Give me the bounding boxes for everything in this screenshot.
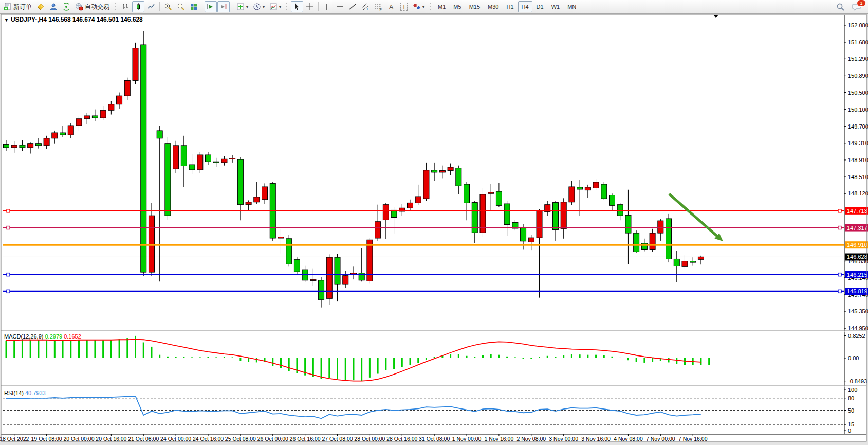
time-axis-label: 26 Oct 00:00 bbox=[257, 436, 288, 442]
auto-scroll-icon bbox=[207, 3, 215, 11]
timeframe-h1-button[interactable]: H1 bbox=[503, 1, 517, 12]
timeframe-m1-button[interactable]: M1 bbox=[434, 1, 449, 12]
new-order-button[interactable]: 新订单 bbox=[2, 1, 34, 12]
search-button[interactable] bbox=[834, 1, 847, 12]
timeframe-m30-button[interactable]: M30 bbox=[484, 1, 502, 12]
arrows-tool-button[interactable]: ▾ bbox=[411, 1, 427, 12]
chart-canvas[interactable]: 152.080151.680151.290150.890150.500150.1… bbox=[0, 14, 868, 445]
autotrade-button[interactable]: 自动交易 bbox=[73, 1, 112, 12]
crosshair-tool-button[interactable] bbox=[304, 1, 316, 12]
timeframe-mn-button[interactable]: MN bbox=[564, 1, 580, 12]
bar-chart-icon bbox=[121, 3, 130, 11]
chat-button[interactable]: 1 bbox=[850, 1, 863, 12]
svg-text:RSI(14) 40.7933: RSI(14) 40.7933 bbox=[4, 390, 46, 396]
new-order-label: 新订单 bbox=[13, 3, 32, 11]
profile-person-icon bbox=[49, 3, 58, 11]
time-axis-label: 28 Oct 00:00 bbox=[354, 436, 385, 442]
candle bbox=[133, 43, 138, 84]
timeframe-d1-button[interactable]: D1 bbox=[533, 1, 547, 12]
text-tool-button[interactable]: A bbox=[385, 1, 397, 12]
candle bbox=[286, 235, 292, 266]
trendline-icon bbox=[348, 3, 357, 11]
candlestick-mode-button[interactable] bbox=[132, 1, 144, 12]
clock-icon bbox=[253, 3, 261, 11]
tile-windows-button[interactable] bbox=[188, 1, 200, 12]
templates-button[interactable]: ▾ bbox=[267, 1, 283, 12]
search-icon bbox=[836, 3, 845, 11]
bar-chart-mode-button[interactable] bbox=[119, 1, 132, 12]
indicators-icon bbox=[236, 3, 245, 11]
symbol-caret-icon[interactable]: ▼ bbox=[4, 17, 9, 23]
time-axis-label: 3 Nov 16:00 bbox=[581, 436, 611, 442]
zoom-out-button[interactable] bbox=[175, 1, 187, 12]
candle bbox=[173, 141, 179, 173]
price-badge-146.628: 146.628 bbox=[845, 253, 868, 260]
rsi-label: RSI(14) 40.7933 bbox=[4, 390, 46, 396]
rsi-axis-label: 100 bbox=[848, 387, 857, 393]
new-order-icon bbox=[4, 3, 12, 11]
price-tick-label: 145.350 bbox=[848, 308, 868, 314]
time-axis-label: 19 Oct 08:00 bbox=[31, 436, 62, 442]
svg-text:146.215: 146.215 bbox=[847, 272, 867, 278]
templates-icon bbox=[269, 3, 278, 11]
price-tick-label: 150.100 bbox=[848, 106, 868, 113]
timeframe-m5-button[interactable]: M5 bbox=[450, 1, 465, 12]
channel-tool-button[interactable]: E bbox=[359, 1, 372, 12]
zoom-in-button[interactable] bbox=[162, 1, 174, 12]
autotrade-icon bbox=[75, 3, 83, 11]
cursor-arrow-icon bbox=[293, 3, 301, 11]
time-axis-label: 1 Nov 16:00 bbox=[485, 436, 514, 442]
candle bbox=[326, 254, 332, 305]
indicators-button[interactable]: ▾ bbox=[234, 1, 250, 12]
rsi-axis-label: 50 bbox=[848, 407, 854, 414]
time-axis-label: 24 Oct 16:00 bbox=[193, 436, 224, 442]
timeframe-h4-button[interactable]: H4 bbox=[518, 1, 532, 12]
candle bbox=[197, 152, 203, 173]
candle bbox=[141, 31, 146, 276]
svg-text:E: E bbox=[367, 7, 370, 11]
candle bbox=[601, 182, 607, 200]
text-label-icon: T bbox=[400, 3, 408, 11]
toolbar-separator bbox=[202, 2, 202, 11]
svg-text:145.819: 145.819 bbox=[847, 288, 867, 294]
time-axis-label: 24 Oct 00:00 bbox=[160, 436, 191, 442]
price-tick-label: 148.510 bbox=[848, 174, 868, 180]
time-axis-label: 7 Nov 16:00 bbox=[678, 436, 708, 442]
vertical-line-tool-button[interactable] bbox=[321, 1, 333, 12]
price-tick-label: 151.290 bbox=[848, 56, 868, 62]
trendline-tool-button[interactable] bbox=[346, 1, 359, 12]
candlestick-icon bbox=[134, 3, 142, 11]
dropdown-caret-icon: ▾ bbox=[422, 5, 424, 9]
time-axis-label: 21 Oct 08:00 bbox=[128, 436, 159, 442]
macd-axis-label: 0.8252 bbox=[848, 333, 865, 339]
text-label-tool-button[interactable]: T bbox=[398, 1, 410, 12]
cursor-tool-button[interactable] bbox=[291, 1, 303, 12]
price-badge-146.215: 146.215 bbox=[845, 271, 868, 278]
metaeditor-button[interactable] bbox=[34, 1, 47, 12]
chart-title-text: USDJPY-,H4 146.568 146.674 146.501 146.6… bbox=[11, 16, 143, 23]
zoom-in-icon bbox=[164, 3, 172, 11]
periods-button[interactable]: ▾ bbox=[251, 1, 267, 12]
svg-text:146.628: 146.628 bbox=[847, 254, 867, 260]
profile-button[interactable] bbox=[47, 1, 60, 12]
line-chart-icon bbox=[147, 3, 155, 11]
toolbar-separator bbox=[318, 2, 319, 11]
auto-scroll-button[interactable] bbox=[205, 1, 217, 12]
svg-text:146.910: 146.910 bbox=[847, 242, 867, 248]
time-axis-label: 26 Oct 16:00 bbox=[290, 436, 321, 442]
horizontal-line-tool-button[interactable] bbox=[334, 1, 346, 12]
time-axis-label: 3 Nov 00:00 bbox=[549, 436, 578, 442]
notification-badge: 1 bbox=[857, 0, 866, 7]
signals-button[interactable] bbox=[60, 1, 72, 12]
chart-shift-button[interactable] bbox=[217, 1, 230, 12]
fibonacci-tool-button[interactable]: F bbox=[372, 1, 384, 12]
fibonacci-icon: F bbox=[374, 3, 382, 11]
price-tick-label: 151.680 bbox=[848, 39, 868, 45]
main-toolbar: 新订单 自动交易 bbox=[0, 0, 868, 14]
toolbar-grip bbox=[429, 2, 432, 12]
macd-label: MACD(12,26,9) 0.2979 0.1652 bbox=[4, 333, 81, 340]
line-chart-mode-button[interactable] bbox=[145, 1, 157, 12]
text-tool-icon: A bbox=[389, 3, 394, 11]
timeframe-m15-button[interactable]: M15 bbox=[466, 1, 484, 12]
timeframe-w1-button[interactable]: W1 bbox=[548, 1, 564, 12]
